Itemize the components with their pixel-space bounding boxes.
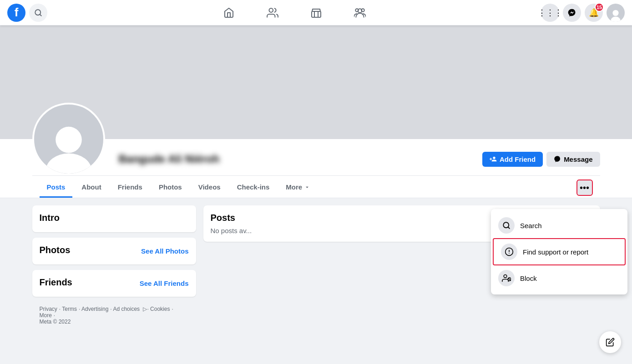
profile-tabs: Posts About Friends Photos Videos Check-… xyxy=(32,175,600,198)
block-icon xyxy=(498,270,515,286)
svg-point-10 xyxy=(611,16,621,21)
footer-privacy[interactable]: Privacy xyxy=(40,306,57,312)
left-column: Intro Photos See All Photos Friends See … xyxy=(32,205,196,329)
footer-cookies[interactable]: Cookies xyxy=(150,306,170,312)
tab-checkins[interactable]: Check-ins xyxy=(230,178,277,198)
profile-name: Bangude Ali Niéroh xyxy=(119,153,220,165)
search-icon xyxy=(498,217,515,234)
block-label: Block xyxy=(520,274,537,282)
svg-line-14 xyxy=(508,227,509,228)
dropdown-find-support[interactable]: Find support or report xyxy=(493,238,626,265)
tab-photos[interactable]: Photos xyxy=(152,178,189,198)
notifications-button[interactable]: 15 🔔 xyxy=(585,4,603,22)
search-label: Search xyxy=(520,222,542,229)
nav-right: ⋮⋮⋮ 15 🔔 xyxy=(541,4,625,22)
footer-links: Privacy· Terms· Advertising· Ad choices … xyxy=(32,302,196,329)
see-all-friends-link[interactable]: See All Friends xyxy=(140,279,189,287)
footer-more[interactable]: More xyxy=(40,312,52,319)
nav-home[interactable] xyxy=(207,2,251,24)
dropdown-search[interactable]: Search xyxy=(491,213,627,238)
profile-avatar-wrapper xyxy=(32,103,105,175)
nav-center xyxy=(47,2,541,24)
warning-icon xyxy=(501,244,517,260)
svg-point-2 xyxy=(269,8,273,12)
svg-line-19 xyxy=(508,278,511,280)
svg-line-1 xyxy=(40,14,41,15)
tab-more[interactable]: More xyxy=(278,178,318,198)
messenger-button[interactable] xyxy=(563,4,581,22)
photos-title: Photos xyxy=(40,245,71,255)
friends-title: Friends xyxy=(40,277,72,288)
photos-card: Photos See All Photos xyxy=(32,238,196,264)
profile-avatar[interactable] xyxy=(32,103,105,175)
profile-name-actions: Bangude Ali Niéroh Add Friend Message xyxy=(32,139,600,175)
top-navigation: f xyxy=(0,0,632,25)
footer-ad-choices[interactable]: Ad choices xyxy=(113,306,140,312)
tab-friends[interactable]: Friends xyxy=(111,178,150,198)
search-button[interactable] xyxy=(29,4,47,22)
notification-badge: 15 xyxy=(595,3,604,12)
svg-point-7 xyxy=(361,9,364,11)
svg-point-9 xyxy=(612,10,618,15)
friends-card: Friends See All Friends xyxy=(32,270,196,297)
svg-point-18 xyxy=(504,275,507,278)
svg-point-11 xyxy=(56,127,82,153)
photos-card-header: Photos See All Photos xyxy=(40,245,189,257)
nav-left: f xyxy=(7,4,47,22)
profile-actions: Add Friend Message xyxy=(482,152,600,167)
footer-terms[interactable]: Terms xyxy=(62,306,77,312)
footer-advertising[interactable]: Advertising xyxy=(81,306,108,312)
three-dots-button[interactable]: ••• xyxy=(576,180,593,196)
intro-title: Intro xyxy=(40,213,189,223)
find-support-label: Find support or report xyxy=(523,248,588,256)
see-all-photos-link[interactable]: See All Photos xyxy=(141,247,188,255)
nav-marketplace[interactable] xyxy=(294,2,338,24)
svg-point-8 xyxy=(355,9,359,11)
svg-point-12 xyxy=(46,154,91,174)
tab-about[interactable]: About xyxy=(74,178,108,198)
message-button[interactable]: Message xyxy=(546,152,600,167)
facebook-logo[interactable]: f xyxy=(7,4,25,22)
dropdown-block[interactable]: Block xyxy=(491,265,627,291)
dropdown-menu: Search Find support or report Block xyxy=(491,209,627,294)
svg-rect-3 xyxy=(312,11,321,17)
nav-groups[interactable] xyxy=(338,2,382,24)
footer-copyright: Meta © 2022 xyxy=(40,319,71,325)
tabs-inner: Posts About Friends Photos Videos Check-… xyxy=(40,178,576,198)
intro-card: Intro xyxy=(32,205,196,232)
add-friend-button[interactable]: Add Friend xyxy=(482,152,543,167)
apps-menu-button[interactable]: ⋮⋮⋮ xyxy=(541,4,559,22)
friends-card-header: Friends See All Friends xyxy=(40,277,189,289)
user-avatar[interactable] xyxy=(607,4,625,22)
tab-videos[interactable]: Videos xyxy=(191,178,228,198)
tab-posts[interactable]: Posts xyxy=(40,178,73,198)
nav-friends[interactable] xyxy=(251,2,294,24)
